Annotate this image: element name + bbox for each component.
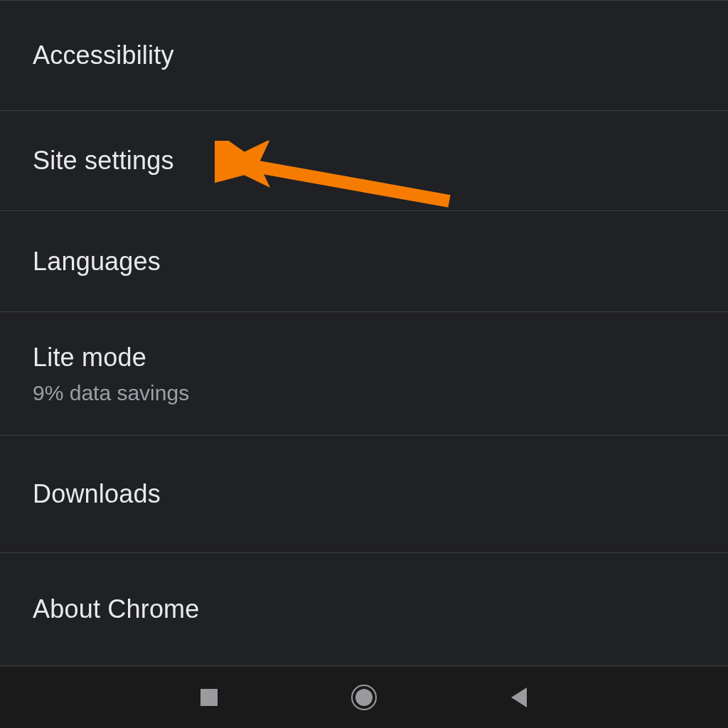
settings-item-title: Site settings (33, 146, 695, 176)
settings-list: Accessibility Site settings Languages Li… (0, 0, 728, 667)
nav-overview-button[interactable] (192, 680, 226, 714)
navigation-bar (0, 667, 728, 728)
svg-point-5 (355, 689, 373, 706)
settings-item-title: Languages (33, 247, 695, 277)
nav-back-button[interactable] (502, 680, 536, 714)
settings-item-title: Downloads (33, 479, 695, 509)
triangle-left-icon (508, 686, 530, 709)
settings-item-lite-mode[interactable]: Lite mode 9% data savings (0, 311, 728, 435)
settings-item-title: Accessibility (33, 41, 695, 70)
nav-home-button[interactable] (347, 680, 381, 714)
settings-item-about-chrome[interactable]: About Chrome (0, 552, 728, 666)
settings-item-title: Lite mode (33, 343, 695, 373)
settings-item-accessibility[interactable]: Accessibility (0, 0, 728, 110)
settings-item-site-settings[interactable]: Site settings (0, 110, 728, 210)
square-icon (199, 687, 219, 707)
settings-item-title: About Chrome (33, 594, 695, 624)
settings-item-subtitle: 9% data savings (33, 381, 695, 405)
circle-icon (350, 683, 378, 712)
settings-item-downloads[interactable]: Downloads (0, 435, 728, 552)
svg-marker-6 (511, 687, 527, 707)
settings-item-languages[interactable]: Languages (0, 210, 728, 311)
svg-rect-3 (200, 689, 218, 706)
